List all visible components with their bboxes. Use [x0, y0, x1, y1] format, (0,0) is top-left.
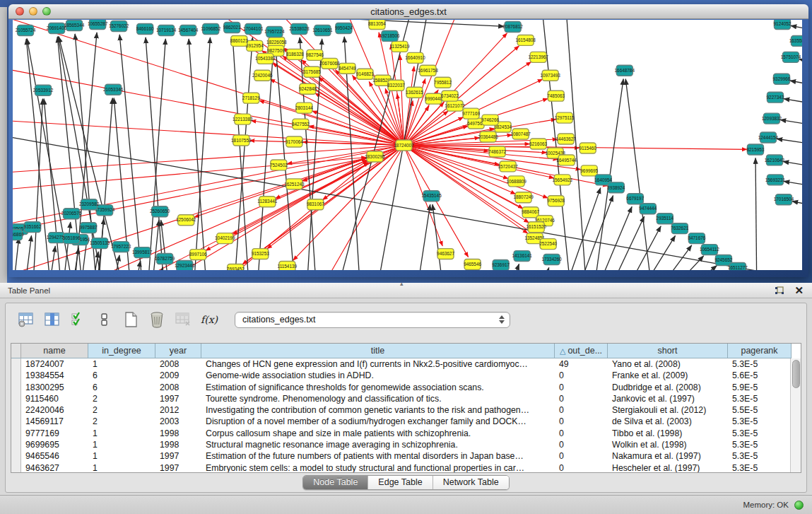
table-cell[interactable]: 0 [555, 393, 608, 404]
column-header-pagerank[interactable]: pagerank [728, 344, 792, 358]
table-cell[interactable]: 19384554 [21, 370, 88, 381]
table-cell[interactable]: 5.9E-5 [728, 382, 792, 393]
table-row[interactable]: 2242004622012Investigating the contribut… [11, 404, 790, 416]
table-cell[interactable]: Dudbridge et al. (2008) [608, 382, 728, 393]
table-cell[interactable]: 1 [88, 462, 155, 473]
graph-edge[interactable] [315, 93, 404, 146]
tab-edge-table[interactable]: Edge Table [368, 476, 433, 489]
table-cell[interactable]: 18724007 [21, 358, 88, 370]
float-panel-icon[interactable] [775, 286, 784, 296]
graph-edge[interactable] [146, 37, 165, 270]
table-cell[interactable]: Estimation of significance thresholds fo… [201, 382, 555, 393]
table-cell[interactable]: Embryonic stem cells: a model to study s… [201, 462, 555, 473]
table-cell[interactable]: 0 [555, 439, 608, 450]
table-cell[interactable]: 9115460 [21, 393, 88, 404]
table-cell[interactable]: 0 [555, 450, 608, 462]
table-cell[interactable]: 0 [555, 462, 608, 473]
table-cell[interactable]: Tibbo et al. (1998) [608, 428, 728, 439]
column-header-out_de[interactable]: △ out_de... [555, 344, 608, 358]
table-cell[interactable]: Nakamura et al. (1997) [608, 450, 728, 462]
graph-edge[interactable] [784, 181, 802, 188]
scrollbar-thumb[interactable] [792, 360, 800, 388]
table-cell[interactable]: 1 [88, 450, 155, 462]
table-cell[interactable]: 1998 [155, 428, 201, 439]
table-cell[interactable]: 1998 [155, 439, 201, 450]
table-cell[interactable]: 0 [555, 370, 608, 381]
table-cell[interactable]: 9699695 [21, 439, 88, 450]
table-cell[interactable]: 49 [555, 358, 608, 370]
table-cell[interactable]: 9463627 [21, 462, 88, 473]
network-window-titlebar[interactable]: citations_edges.txt [8, 4, 808, 19]
table-cell[interactable]: 2008 [155, 358, 201, 370]
graph-edge[interactable] [13, 119, 404, 146]
table-cell[interactable]: Changes of HCN gene expression and I(f) … [201, 358, 555, 370]
rows-icon[interactable] [94, 309, 115, 330]
table-cell[interactable]: 5.3E-5 [728, 462, 792, 473]
table-cell[interactable]: 1 [88, 358, 155, 370]
table-cell[interactable]: 9465546 [21, 450, 88, 462]
table-cell[interactable]: Franke et al. (2009) [608, 370, 728, 381]
column-header-year[interactable]: year [155, 344, 201, 358]
table-cell[interactable]: 2008 [155, 382, 201, 393]
table-row[interactable]: 969969511998Structural magnetic resonanc… [11, 439, 790, 450]
table-cell[interactable]: 1 [88, 439, 155, 450]
graph-edge[interactable] [596, 206, 632, 270]
delete-trash-icon[interactable] [146, 309, 167, 330]
table-cell[interactable]: 5.5E-5 [728, 404, 792, 416]
graph-edge[interactable] [791, 25, 802, 33]
table-row[interactable]: 1938455462009Genome-wide association stu… [11, 370, 790, 381]
table-cell[interactable]: 2012 [155, 404, 201, 416]
graph-edge[interactable] [685, 266, 717, 270]
table-cell[interactable]: Yano et al. (2008) [608, 358, 728, 370]
table-cell[interactable]: 5.3E-5 [728, 439, 792, 450]
graph-edge[interactable] [609, 216, 645, 270]
graph-edge[interactable] [13, 145, 404, 270]
table-cell[interactable]: Investigating the contribution of common… [201, 404, 555, 416]
table-cell[interactable]: 2009 [155, 370, 201, 381]
table-cell[interactable]: 6 [88, 382, 155, 393]
table-panel-titlebar[interactable]: ▴ Table Panel ✕ [0, 283, 812, 298]
column-select-icon[interactable] [42, 309, 63, 330]
graph-edge[interactable] [33, 99, 42, 270]
table-cell[interactable]: Disruption of a novel member of a sodium… [201, 416, 555, 427]
graph-edge[interactable] [225, 20, 504, 26]
table-cell[interactable]: 0 [555, 416, 608, 427]
table-cell[interactable]: 5.3E-5 [728, 358, 792, 370]
table-row[interactable]: 1830029562008Estimation of significance … [11, 382, 790, 393]
table-cell[interactable]: 0 [555, 382, 608, 393]
table-row[interactable]: 977716911998Corpus callosum shape and si… [11, 428, 790, 439]
column-header-name[interactable]: name [21, 344, 88, 358]
graph-edge[interactable] [783, 161, 802, 168]
table-cell[interactable]: Wolkin et al. (1998) [608, 439, 728, 450]
table-cell[interactable]: 5.3E-5 [728, 393, 792, 404]
graph-edge[interactable] [189, 39, 207, 270]
table-cell[interactable]: Estimation of the future numbers of pati… [201, 450, 555, 462]
table-cell[interactable]: Structural magnetic resonance image aver… [201, 439, 555, 450]
table-cell[interactable]: Corpus callosum shape and size in male p… [201, 428, 555, 439]
graph-edge[interactable] [755, 158, 757, 270]
table-cell[interactable]: 5.3E-5 [728, 450, 792, 462]
graph-edge[interactable] [13, 158, 367, 238]
memory-ok-indicator[interactable] [794, 501, 804, 510]
table-row[interactable]: 946554611997Estimation of the future num… [11, 450, 790, 462]
graph-edge[interactable] [62, 222, 71, 270]
table-cell[interactable]: Tourette syndrome. Phenomenology and cla… [201, 393, 555, 404]
column-header-in_degree[interactable]: in_degree [88, 344, 155, 358]
graph-edge[interactable] [134, 261, 141, 270]
graph-edge[interactable] [625, 79, 653, 270]
new-table-icon[interactable] [120, 309, 141, 330]
graph-edge[interactable] [799, 59, 802, 66]
table-cell[interactable]: Stergiakouli et al. (2012) [608, 404, 728, 416]
row-select-checks-icon[interactable] [68, 309, 89, 330]
column-header-short[interactable]: short [608, 344, 728, 358]
table-cell[interactable]: 0 [555, 404, 608, 416]
column-header-title[interactable]: title [201, 344, 555, 358]
table-cell[interactable]: 22420046 [21, 404, 88, 416]
graph-edge[interactable] [658, 245, 692, 270]
table-row[interactable]: 946362711997Embryonic stem cells: a mode… [11, 462, 790, 473]
tab-node-table[interactable]: Node Table [303, 476, 368, 489]
table-cell[interactable]: Hescheler et al. (1997) [608, 462, 728, 473]
table-cell[interactable]: 6 [88, 370, 155, 381]
table-cell[interactable]: Genome-wide association studies in ADHD. [201, 370, 555, 381]
table-cell[interactable]: 1 [88, 428, 155, 439]
